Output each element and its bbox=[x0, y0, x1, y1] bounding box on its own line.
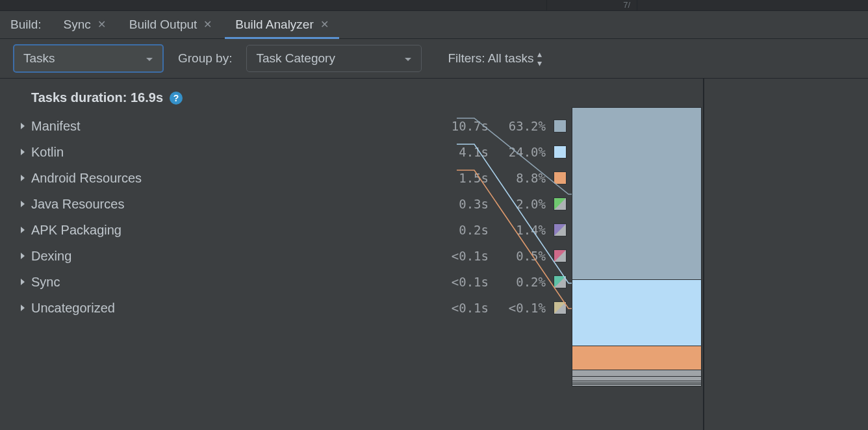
task-name: APK Packaging bbox=[31, 223, 439, 238]
task-duration: 0.2s bbox=[439, 223, 489, 237]
top-fraction-cell: 7/ bbox=[546, 0, 637, 10]
chart-segment bbox=[572, 376, 701, 381]
task-swatch bbox=[554, 275, 567, 288]
task-swatch bbox=[554, 223, 567, 236]
task-percent: 24.0% bbox=[494, 145, 546, 159]
task-duration: 4.1s bbox=[439, 145, 489, 159]
chart-segment bbox=[572, 370, 701, 375]
task-percent: 0.5% bbox=[494, 249, 546, 263]
task-percent: 0.2% bbox=[494, 275, 546, 289]
expand-caret-icon[interactable] bbox=[14, 273, 31, 290]
tab-label: Build Output bbox=[129, 18, 198, 32]
task-name: Sync bbox=[31, 275, 439, 290]
chevron-down-icon bbox=[146, 51, 153, 66]
filters-label: Filters: All tasks bbox=[448, 51, 533, 66]
expand-caret-icon[interactable] bbox=[14, 118, 31, 134]
task-name: Dexing bbox=[31, 249, 439, 264]
task-duration: 10.7s bbox=[439, 119, 489, 133]
tasks-title: Tasks duration: 16.9s bbox=[31, 90, 163, 105]
task-swatch bbox=[554, 120, 567, 133]
task-duration: <0.1s bbox=[439, 275, 489, 289]
chart-segment bbox=[572, 346, 701, 370]
tabs-row: Build: Sync ✕ Build Output ✕ Build Analy… bbox=[0, 11, 868, 39]
sort-icon: ▴▾ bbox=[537, 49, 540, 68]
chart-segment bbox=[572, 108, 701, 279]
task-swatch bbox=[554, 301, 567, 314]
task-percent: 8.8% bbox=[494, 171, 546, 185]
expand-caret-icon[interactable] bbox=[14, 247, 31, 264]
tab-label: Sync bbox=[64, 18, 91, 32]
expand-caret-icon[interactable] bbox=[14, 196, 31, 212]
tab-build-analyzer[interactable]: Build Analyzer ✕ bbox=[227, 11, 336, 38]
task-percent: 63.2% bbox=[494, 119, 546, 133]
panel-label: Build: bbox=[0, 18, 52, 32]
group-by-label: Group by: bbox=[178, 51, 232, 66]
chart-segment bbox=[572, 384, 701, 386]
task-swatch bbox=[554, 145, 567, 158]
task-name: Android Resources bbox=[31, 171, 439, 186]
close-icon[interactable]: ✕ bbox=[320, 19, 329, 30]
task-name: Uncategorized bbox=[31, 301, 439, 316]
task-duration: <0.1s bbox=[439, 301, 489, 315]
close-icon[interactable]: ✕ bbox=[97, 19, 106, 30]
task-percent: 2.0% bbox=[494, 197, 546, 211]
expand-caret-icon[interactable] bbox=[14, 221, 31, 238]
task-duration: 0.3s bbox=[439, 197, 489, 211]
group-by-select[interactable]: Task Category bbox=[246, 45, 422, 72]
task-name: Java Resources bbox=[31, 197, 439, 212]
view-select[interactable]: Tasks bbox=[13, 44, 164, 73]
task-name: Manifest bbox=[31, 119, 439, 134]
main-area: Tasks duration: 16.9s ? Manifest10.7s63.… bbox=[0, 79, 868, 430]
filters-select[interactable]: Filters: All tasks ▴▾ bbox=[448, 49, 540, 68]
task-swatch bbox=[554, 249, 567, 262]
task-percent: <0.1% bbox=[494, 301, 546, 315]
close-icon[interactable]: ✕ bbox=[203, 19, 212, 30]
task-swatch bbox=[554, 171, 567, 184]
detail-pane bbox=[704, 79, 868, 430]
tab-build-output[interactable]: Build Output ✕ bbox=[121, 11, 220, 38]
tab-label: Build Analyzer bbox=[235, 18, 313, 32]
task-duration: 1.5s bbox=[439, 171, 489, 185]
task-duration: <0.1s bbox=[439, 249, 489, 263]
task-swatch bbox=[554, 197, 567, 210]
help-icon[interactable]: ? bbox=[170, 92, 183, 105]
view-select-value: Tasks bbox=[23, 51, 55, 66]
chart-segment bbox=[572, 279, 701, 345]
expand-caret-icon[interactable] bbox=[14, 170, 31, 186]
top-strip: 7/ bbox=[0, 0, 868, 11]
chevron-down-icon bbox=[404, 51, 412, 66]
top-fraction-text: 7/ bbox=[623, 0, 630, 10]
task-name: Kotlin bbox=[31, 145, 439, 160]
group-by-value: Task Category bbox=[256, 51, 335, 66]
task-percent: 1.4% bbox=[494, 223, 546, 237]
tab-sync[interactable]: Sync ✕ bbox=[56, 11, 114, 38]
chart bbox=[572, 107, 702, 393]
tasks-pane: Tasks duration: 16.9s ? Manifest10.7s63.… bbox=[0, 79, 704, 430]
toolbar: Tasks Group by: Task Category Filters: A… bbox=[0, 39, 868, 79]
expand-caret-icon[interactable] bbox=[14, 299, 31, 316]
expand-caret-icon[interactable] bbox=[14, 144, 31, 160]
